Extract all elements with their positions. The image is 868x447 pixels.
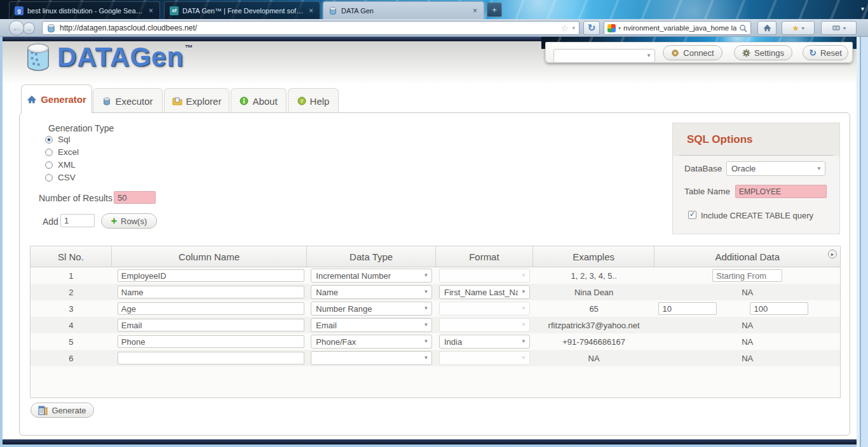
list-all-tabs-icon[interactable]: ▾ [861,5,864,12]
include-create-checkbox[interactable]: ✓ [688,211,696,219]
select-value: Incremental Number [316,271,420,281]
tab-help[interactable]: ? Help [288,88,339,113]
close-icon[interactable]: × [308,6,315,15]
example-value: NA [588,354,600,363]
table-name-input[interactable] [735,185,827,198]
radio-label: CSV [58,173,76,182]
data-type-select[interactable]: Email▼ [311,318,432,332]
radio-option-excel[interactable]: Excel [45,147,79,157]
range-max-input[interactable] [750,302,808,315]
radio-icon[interactable] [45,149,53,156]
additional-data-value: NA [742,321,753,330]
add-rows-label: Add [43,217,58,227]
header-additional-data: Additional Data [654,246,840,267]
column-name-input[interactable] [118,335,304,348]
tab-explorer[interactable]: Explorer [164,88,229,113]
close-icon[interactable]: × [471,6,478,15]
radio-option-sql[interactable]: Sql [45,135,71,144]
tab-generator[interactable]: Generator [21,84,92,113]
address-bar[interactable]: ☆ ▾ [42,21,580,35]
logo-trademark: ™ [185,43,193,53]
additional-data-value: NA [742,288,753,297]
select-value: First_Name Last_Na [444,288,518,297]
dropdown-arrow-icon: ▼ [521,289,526,295]
tab-executor[interactable]: Executor [93,88,163,113]
generate-label: Generate [51,406,86,415]
database-select-value: Oracle [731,164,813,173]
reload-button[interactable]: ↻ [583,21,600,35]
data-type-select[interactable]: Incremental Number▼ [311,269,432,283]
table-row: 4 Email▼ ▼ rfitzpatrick37@yahoo.net NA [31,317,840,333]
row-sl: 5 [69,337,73,347]
row-sl: 4 [69,321,73,330]
connection-select[interactable]: ▼ [553,49,655,63]
settings-button[interactable]: Settings [734,45,792,60]
dropdown-arrow-icon: ▼ [521,272,526,278]
url-dropdown-icon[interactable]: ▾ [572,25,575,31]
column-name-input[interactable] [118,319,304,331]
sourceforge-favicon: sf [170,6,179,15]
number-of-results-input[interactable] [114,191,156,204]
tab-label: Explorer [186,96,222,107]
dropdown-arrow-icon: ▼ [423,272,428,278]
radio-icon[interactable] [45,136,53,143]
back-button[interactable]: ← [9,20,24,36]
new-tab-button[interactable]: + [487,3,502,17]
database-select[interactable]: Oracle ▼ [726,161,825,176]
connection-toolbar: ▼ Connect Settings ↻ Reset [545,42,853,63]
tab-about[interactable]: About [231,88,287,113]
browser-tab-google-search[interactable]: g best linux distribution - Google Searc… [9,1,160,19]
database-icon [102,97,111,106]
format-select[interactable]: First_Name Last_Na▼ [439,285,530,299]
home-button[interactable] [757,21,776,35]
search-engine-dropdown-icon[interactable]: ▾ [618,25,621,31]
format-select[interactable]: India▼ [439,335,530,349]
header-format: Format [436,246,533,267]
generate-icon [38,406,48,415]
data-type-select[interactable]: Name▼ [311,285,432,299]
row-sl: 1 [69,271,73,281]
search-engine-google-icon[interactable] [607,24,616,32]
row-sl: 2 [69,288,73,297]
search-magnifier-icon[interactable] [739,24,747,32]
data-type-select[interactable]: Phone/Fax▼ [311,335,432,349]
radio-icon[interactable] [45,161,53,169]
add-rows-button-label: Row(s) [121,217,147,226]
column-name-input[interactable] [118,269,304,282]
url-input[interactable] [60,23,557,32]
bookmarks-button[interactable]: ★ ▾ [782,21,815,35]
search-input[interactable] [623,24,736,32]
example-value: +91-7946686167 [562,337,625,347]
search-bar[interactable]: ▾ [604,21,751,35]
column-name-input[interactable] [118,286,304,298]
example-value: Nina Dean [574,288,613,297]
starting-from-input[interactable] [712,269,782,282]
browser-tab-sourceforge[interactable]: sf DATA Gen™ | Free Development soft... … [164,1,320,19]
format-select: ▼ [439,318,530,332]
forward-button[interactable]: → [23,22,35,34]
generate-button[interactable]: Generate [31,403,94,418]
column-name-input[interactable] [118,352,304,364]
connect-button[interactable]: Connect [663,45,722,60]
svg-text:?: ? [300,98,303,104]
circle-arrow-icon[interactable]: ▸ [828,250,837,258]
radio-icon[interactable] [45,174,53,182]
bookmark-star-icon[interactable]: ☆ [561,23,569,33]
range-min-input[interactable] [658,302,717,315]
info-icon [240,97,248,105]
toolbar-extra-button[interactable]: ▾ [821,21,857,35]
bookmarks-dropdown-icon: ▾ [802,25,804,31]
radio-option-xml[interactable]: XML [45,160,76,170]
dropdown-arrow-icon: ▼ [817,166,822,171]
data-type-select[interactable]: Number Range▼ [311,302,432,316]
reset-button[interactable]: ↻ Reset [803,45,848,60]
add-rows-count-input[interactable] [60,214,95,227]
check-icon: ✓ [689,210,695,218]
sql-options-title: SQL Options [687,133,753,146]
column-name-input[interactable] [118,302,304,315]
close-icon[interactable]: × [147,6,154,15]
data-type-select[interactable]: ▼ [311,351,432,365]
add-rows-button[interactable]: + Row(s) [101,213,157,229]
radio-option-csv[interactable]: CSV [45,173,76,182]
browser-tab-datagen-active[interactable]: DATA Gen × [323,1,484,19]
